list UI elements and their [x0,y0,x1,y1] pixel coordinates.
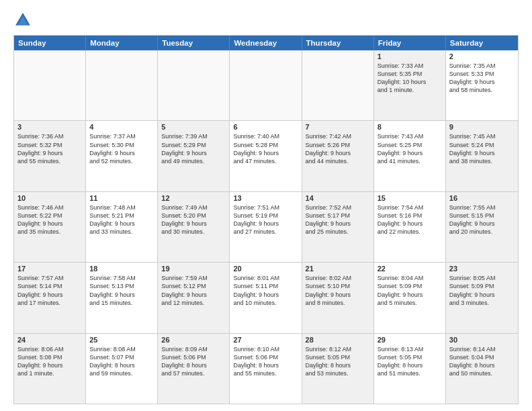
cell-info: Sunrise: 7:37 AM Sunset: 5:30 PM Dayligh… [89,132,154,165]
calendar-cell: 23Sunrise: 8:05 AM Sunset: 5:09 PM Dayli… [446,263,518,332]
cell-info: Sunrise: 8:09 AM Sunset: 5:06 PM Dayligh… [161,345,226,378]
page: SundayMondayTuesdayWednesdayThursdayFrid… [0,0,532,411]
day-number: 12 [161,194,226,202]
week-row-2: 3Sunrise: 7:36 AM Sunset: 5:32 PM Daylig… [14,121,518,191]
cell-info: Sunrise: 7:58 AM Sunset: 5:13 PM Dayligh… [89,274,154,307]
day-number: 11 [89,194,154,202]
day-number: 21 [306,265,370,273]
calendar-cell: 30Sunrise: 8:14 AM Sunset: 5:04 PM Dayli… [446,334,518,404]
calendar-cell: 7Sunrise: 7:42 AM Sunset: 5:26 PM Daylig… [302,121,374,191]
calendar-cell: 29Sunrise: 8:13 AM Sunset: 5:05 PM Dayli… [374,334,446,404]
day-number: 15 [378,194,442,202]
calendar-cell: 2Sunrise: 7:35 AM Sunset: 5:33 PM Daylig… [446,50,518,120]
week-row-3: 10Sunrise: 7:46 AM Sunset: 5:22 PM Dayli… [14,192,518,263]
cell-info: Sunrise: 7:57 AM Sunset: 5:14 PM Dayligh… [17,274,82,307]
calendar-cell: 9Sunrise: 7:45 AM Sunset: 5:24 PM Daylig… [446,121,518,191]
day-number: 7 [306,123,370,131]
calendar-cell: 18Sunrise: 7:58 AM Sunset: 5:13 PM Dayli… [86,263,158,332]
calendar-cell: 11Sunrise: 7:48 AM Sunset: 5:21 PM Dayli… [86,192,158,262]
cell-info: Sunrise: 7:36 AM Sunset: 5:32 PM Dayligh… [17,132,82,165]
calendar-cell: 21Sunrise: 8:02 AM Sunset: 5:10 PM Dayli… [302,263,374,332]
day-number: 20 [233,265,298,273]
day-number: 25 [89,336,154,344]
day-number: 19 [161,265,226,273]
calendar-header: SundayMondayTuesdayWednesdayThursdayFrid… [14,36,518,50]
cell-info: Sunrise: 7:48 AM Sunset: 5:21 PM Dayligh… [89,203,154,236]
cell-info: Sunrise: 7:39 AM Sunset: 5:29 PM Dayligh… [161,132,226,165]
day-number: 13 [233,194,298,202]
day-number: 2 [449,52,515,60]
header-day-monday: Monday [86,36,158,50]
day-number: 30 [449,336,515,344]
calendar-cell: 22Sunrise: 8:04 AM Sunset: 5:09 PM Dayli… [374,263,446,332]
cell-info: Sunrise: 8:12 AM Sunset: 5:05 PM Dayligh… [306,345,370,378]
day-number: 6 [233,123,298,131]
day-number: 3 [17,123,82,131]
day-number: 5 [161,123,226,131]
cell-info: Sunrise: 7:59 AM Sunset: 5:12 PM Dayligh… [161,274,226,307]
calendar-cell: 26Sunrise: 8:09 AM Sunset: 5:06 PM Dayli… [158,334,230,404]
calendar-cell [230,50,302,120]
cell-info: Sunrise: 7:42 AM Sunset: 5:26 PM Dayligh… [306,132,370,165]
day-number: 24 [17,336,82,344]
cell-info: Sunrise: 8:06 AM Sunset: 5:08 PM Dayligh… [17,345,82,378]
logo-icon [13,11,32,30]
calendar-cell: 24Sunrise: 8:06 AM Sunset: 5:08 PM Dayli… [14,334,86,404]
calendar-cell: 16Sunrise: 7:55 AM Sunset: 5:15 PM Dayli… [446,192,518,262]
header-day-sunday: Sunday [14,36,86,50]
cell-info: Sunrise: 8:08 AM Sunset: 5:07 PM Dayligh… [89,345,154,378]
logo [13,11,35,30]
cell-info: Sunrise: 7:43 AM Sunset: 5:25 PM Dayligh… [378,132,442,165]
calendar-cell: 27Sunrise: 8:10 AM Sunset: 5:06 PM Dayli… [230,334,302,404]
calendar-cell: 28Sunrise: 8:12 AM Sunset: 5:05 PM Dayli… [302,334,374,404]
week-row-4: 17Sunrise: 7:57 AM Sunset: 5:14 PM Dayli… [14,263,518,333]
cell-info: Sunrise: 7:51 AM Sunset: 5:19 PM Dayligh… [233,203,298,236]
cell-info: Sunrise: 8:01 AM Sunset: 5:11 PM Dayligh… [233,274,298,307]
cell-info: Sunrise: 8:10 AM Sunset: 5:06 PM Dayligh… [233,345,298,378]
day-number: 16 [449,194,515,202]
day-number: 18 [89,265,154,273]
calendar-body: 1Sunrise: 7:33 AM Sunset: 5:35 PM Daylig… [14,50,518,404]
header-day-wednesday: Wednesday [230,36,302,50]
header-day-saturday: Saturday [446,36,518,50]
cell-info: Sunrise: 7:33 AM Sunset: 5:35 PM Dayligh… [378,62,442,95]
calendar-cell [302,50,374,120]
calendar: SundayMondayTuesdayWednesdayThursdayFrid… [13,35,519,404]
cell-info: Sunrise: 7:40 AM Sunset: 5:28 PM Dayligh… [233,132,298,165]
header [13,11,519,30]
calendar-cell: 20Sunrise: 8:01 AM Sunset: 5:11 PM Dayli… [230,263,302,332]
week-row-1: 1Sunrise: 7:33 AM Sunset: 5:35 PM Daylig… [14,50,518,121]
calendar-cell: 1Sunrise: 7:33 AM Sunset: 5:35 PM Daylig… [374,50,446,120]
cell-info: Sunrise: 7:45 AM Sunset: 5:24 PM Dayligh… [449,132,515,165]
day-number: 27 [233,336,298,344]
cell-info: Sunrise: 8:14 AM Sunset: 5:04 PM Dayligh… [449,345,515,378]
day-number: 1 [378,52,442,60]
calendar-cell: 10Sunrise: 7:46 AM Sunset: 5:22 PM Dayli… [14,192,86,262]
header-day-thursday: Thursday [302,36,374,50]
calendar-cell: 13Sunrise: 7:51 AM Sunset: 5:19 PM Dayli… [230,192,302,262]
day-number: 14 [306,194,370,202]
cell-info: Sunrise: 7:35 AM Sunset: 5:33 PM Dayligh… [449,62,515,95]
cell-info: Sunrise: 8:05 AM Sunset: 5:09 PM Dayligh… [449,274,515,307]
day-number: 8 [378,123,442,131]
day-number: 17 [17,265,82,273]
cell-info: Sunrise: 7:49 AM Sunset: 5:20 PM Dayligh… [161,203,226,236]
day-number: 23 [449,265,515,273]
calendar-cell: 5Sunrise: 7:39 AM Sunset: 5:29 PM Daylig… [158,121,230,191]
calendar-cell: 6Sunrise: 7:40 AM Sunset: 5:28 PM Daylig… [230,121,302,191]
calendar-cell: 3Sunrise: 7:36 AM Sunset: 5:32 PM Daylig… [14,121,86,191]
cell-info: Sunrise: 8:02 AM Sunset: 5:10 PM Dayligh… [306,274,370,307]
calendar-cell: 12Sunrise: 7:49 AM Sunset: 5:20 PM Dayli… [158,192,230,262]
day-number: 28 [306,336,370,344]
day-number: 22 [378,265,442,273]
calendar-cell: 14Sunrise: 7:52 AM Sunset: 5:17 PM Dayli… [302,192,374,262]
cell-info: Sunrise: 7:52 AM Sunset: 5:17 PM Dayligh… [306,203,370,236]
day-number: 29 [378,336,442,344]
calendar-cell [86,50,158,120]
cell-info: Sunrise: 8:04 AM Sunset: 5:09 PM Dayligh… [378,274,442,307]
cell-info: Sunrise: 7:54 AM Sunset: 5:16 PM Dayligh… [378,203,442,236]
cell-info: Sunrise: 7:55 AM Sunset: 5:15 PM Dayligh… [449,203,515,236]
day-number: 10 [17,194,82,202]
calendar-cell: 17Sunrise: 7:57 AM Sunset: 5:14 PM Dayli… [14,263,86,332]
day-number: 9 [449,123,515,131]
